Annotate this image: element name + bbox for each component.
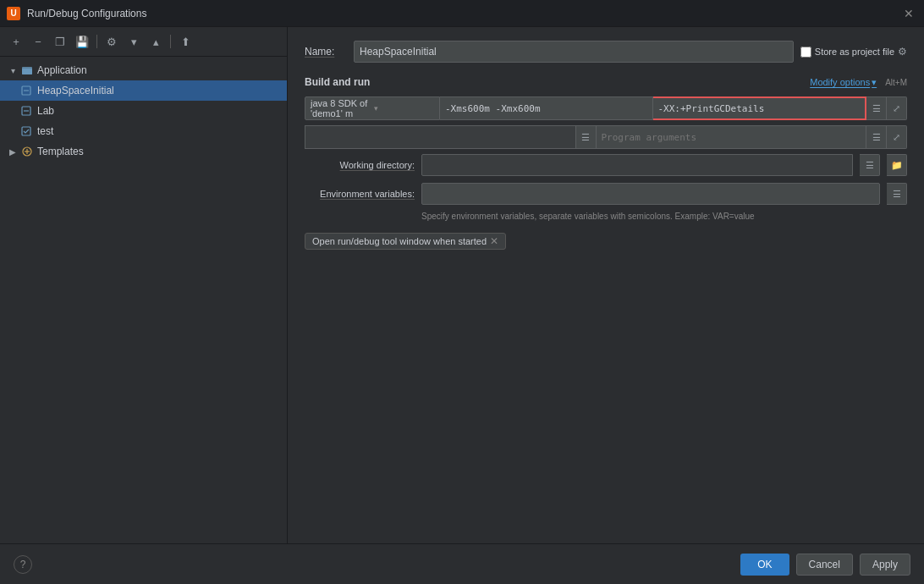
help-button[interactable]: ? xyxy=(14,555,32,574)
main-layout: + − ❐ 💾 ⚙ ▾ ▴ ⬆ ▾ Application xyxy=(0,27,924,543)
templates-icon xyxy=(20,145,34,158)
env-vars-label: Environment variables: xyxy=(305,189,415,199)
window-title: Run/Debug Configurations xyxy=(27,8,146,19)
tag-close-button[interactable]: ✕ xyxy=(490,236,498,246)
application-arrow: ▾ xyxy=(7,64,19,76)
working-dir-input[interactable] xyxy=(421,154,853,176)
name-input[interactable] xyxy=(354,41,794,63)
modify-options-arrow: ▾ xyxy=(872,77,877,88)
ok-button[interactable]: OK xyxy=(740,554,789,576)
class-row: ☰ ☰ ⤢ xyxy=(305,125,907,149)
toolbar-separator-2 xyxy=(170,35,171,48)
sort-down-button[interactable]: ▾ xyxy=(124,32,143,51)
lab-item[interactable]: Lab xyxy=(0,101,287,121)
store-gear-icon: ⚙ xyxy=(898,46,907,58)
save-config-button[interactable]: 💾 xyxy=(73,32,91,51)
sdk-dropdown-arrow: ▾ xyxy=(374,104,434,113)
env-vars-input[interactable] xyxy=(421,183,880,205)
build-run-section-header: Build and run Modify options ▾ Alt+M xyxy=(305,76,907,88)
cancel-button[interactable]: Cancel xyxy=(796,554,853,576)
args-resize-icon[interactable]: ⤢ xyxy=(887,125,907,149)
tag-label: Open run/debug tool window when started xyxy=(312,236,487,246)
settings-config-button[interactable]: ⚙ xyxy=(102,32,121,51)
svg-rect-1 xyxy=(22,69,32,74)
svg-rect-6 xyxy=(22,127,30,135)
sort-up-button[interactable]: ▴ xyxy=(146,32,165,51)
build-run-title: Build and run xyxy=(305,76,370,88)
add-config-button[interactable]: + xyxy=(7,32,25,51)
modify-options-link[interactable]: Modify options ▾ xyxy=(810,77,877,88)
program-args-field[interactable] xyxy=(597,125,867,149)
working-dir-browse-icon[interactable]: ☰ xyxy=(860,154,880,176)
args-expand-icon[interactable]: ☰ xyxy=(866,125,887,149)
copy-config-button[interactable]: ❐ xyxy=(51,32,69,51)
title-bar: U Run/Debug Configurations ✕ xyxy=(0,0,924,27)
tag-row: Open run/debug tool window when started … xyxy=(305,233,907,250)
store-project-label: Store as project file xyxy=(815,47,894,57)
application-label: Application xyxy=(37,64,87,76)
test-config-label: test xyxy=(37,125,53,137)
jvm-args-input[interactable] xyxy=(440,96,653,120)
heap-config-label: HeapSpaceInitial xyxy=(37,85,114,96)
sidebar-toolbar: + − ❐ 💾 ⚙ ▾ ▴ ⬆ xyxy=(0,27,287,57)
working-dir-folder-icon[interactable]: 📁 xyxy=(887,154,907,176)
test-config-icon xyxy=(20,124,34,138)
jvm-expand-icon[interactable]: ☰ xyxy=(866,96,887,120)
share-button[interactable]: ⬆ xyxy=(176,32,195,51)
class-expand-icon[interactable]: ☰ xyxy=(576,125,597,149)
env-vars-expand-icon[interactable]: ☰ xyxy=(887,183,907,205)
bottom-buttons: OK Cancel Apply xyxy=(740,554,910,576)
lab-config-label: Lab xyxy=(37,105,54,117)
modify-options-label: Modify options xyxy=(810,77,870,87)
java-sdk-select[interactable]: java 8 SDK of 'demo1' m ▾ xyxy=(305,96,440,120)
jvm-row: java 8 SDK of 'demo1' m ▾ ☰ ⤢ xyxy=(305,96,907,120)
config-tree: ▾ Application HeapSpaceInitial xyxy=(0,57,287,165)
application-group[interactable]: ▾ Application xyxy=(0,60,287,80)
app-icon: U xyxy=(7,7,20,20)
templates-group[interactable]: ▶ Templates xyxy=(0,141,287,162)
jvm-resize-icon[interactable]: ⤢ xyxy=(887,96,907,120)
templates-label: Templates xyxy=(37,146,84,157)
templates-arrow: ▶ xyxy=(7,146,19,157)
test-item[interactable]: test xyxy=(0,121,287,141)
shortcut-badge: Alt+M xyxy=(885,78,907,87)
class-field[interactable] xyxy=(305,125,576,149)
env-vars-row: Environment variables: ☰ xyxy=(305,183,907,205)
working-dir-label: Working directory: xyxy=(305,160,415,170)
remove-config-button[interactable]: − xyxy=(29,32,47,51)
bottom-bar: ? OK Cancel Apply xyxy=(0,543,924,584)
store-project-row: Store as project file ⚙ xyxy=(800,46,907,58)
right-panel: Name: Store as project file ⚙ Build and … xyxy=(288,27,924,543)
debug-tool-tag: Open run/debug tool window when started … xyxy=(305,233,506,250)
lab-config-icon xyxy=(20,104,34,118)
apply-button[interactable]: Apply xyxy=(860,554,910,576)
application-folder-icon xyxy=(20,63,34,77)
store-project-checkbox[interactable] xyxy=(800,47,811,58)
working-dir-row: Working directory: ☰ 📁 xyxy=(305,154,907,176)
close-button[interactable]: ✕ xyxy=(904,7,914,20)
sidebar: + − ❐ 💾 ⚙ ▾ ▴ ⬆ ▾ Application xyxy=(0,27,288,543)
jvm-gc-details-input[interactable] xyxy=(653,96,867,120)
heap-config-icon xyxy=(20,84,34,97)
name-row: Name: Store as project file ⚙ xyxy=(305,41,907,63)
toolbar-separator-1 xyxy=(96,35,97,48)
heap-space-initial-item[interactable]: HeapSpaceInitial xyxy=(0,80,287,101)
java-sdk-label: java 8 SDK of 'demo1' m xyxy=(311,98,371,118)
env-vars-hint: Specify environment variables, separate … xyxy=(421,212,907,221)
name-label: Name: xyxy=(305,46,347,58)
